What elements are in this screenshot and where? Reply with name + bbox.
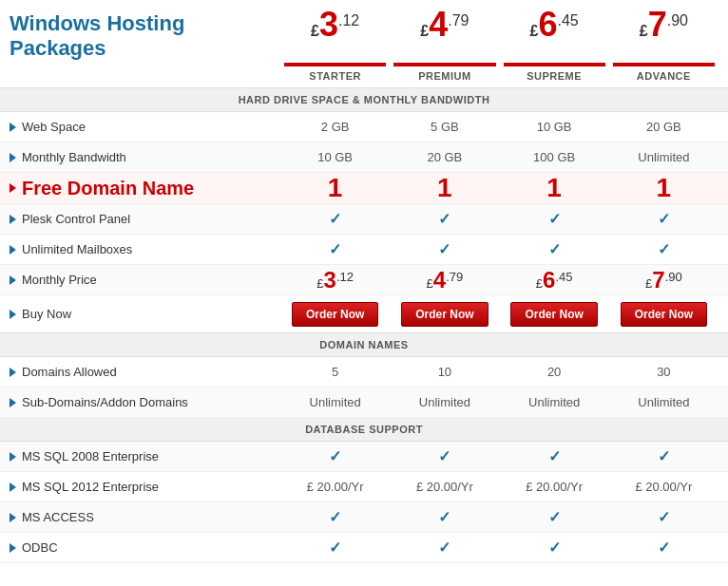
val-mail-0: ✓ [280, 240, 390, 258]
red-bar-starter [284, 63, 386, 66]
red-bar-row [0, 63, 728, 66]
val-da-1: 10 [390, 365, 499, 379]
price-col-advance: £7.90 [609, 8, 718, 42]
chevron-icon [10, 398, 16, 407]
label-msaccess: MS ACCESS [10, 510, 280, 524]
val-da-2: 20 [500, 365, 609, 379]
row-web-space: Web Space 2 GB 5 GB 10 GB 20 GB [0, 112, 728, 142]
row-domains-allowed: Domains Allowed 5 10 20 30 [0, 357, 728, 388]
row-bandwidth: Monthly Bandwidth 10 GB 20 GB 100 GB Unl… [0, 142, 728, 173]
val-odbc-2: ✓ [500, 539, 609, 557]
values-odbc: ✓ ✓ ✓ ✓ [280, 539, 718, 557]
chevron-icon-red [10, 183, 16, 193]
values-free-domain: 1 1 1 1 [280, 173, 718, 203]
val-mail-1: ✓ [390, 240, 499, 258]
row-mssql2008: MS SQL 2008 Enterprise ✓ ✓ ✓ ✓ [0, 442, 728, 472]
val-sd-3: Unlimited [609, 395, 718, 409]
val-domain-1: 1 [390, 173, 499, 203]
plan-name-premium: PREMIUM [390, 70, 499, 82]
row-odbc: ODBC ✓ ✓ ✓ ✓ [0, 533, 728, 563]
chevron-icon [10, 513, 16, 522]
val-da-0: 5 [280, 365, 390, 379]
val-price-0: £3.12 [280, 267, 390, 293]
values-subdomains: Unlimited Unlimited Unlimited Unlimited [280, 395, 718, 409]
val-sql08-1: ✓ [390, 447, 499, 465]
values-bandwidth: 10 GB 20 GB 100 GB Unlimited [280, 150, 718, 164]
values-mssql2012: £ 20.00/Yr £ 20.00/Yr £ 20.00/Yr £ 20.00… [280, 480, 718, 494]
section-header-domains: DOMAIN NAMES [0, 333, 728, 357]
val-sql12-1: £ 20.00/Yr [390, 480, 499, 494]
val-sd-2: Unlimited [500, 395, 609, 409]
price-col-supreme: £6.45 [500, 8, 609, 42]
row-mssql2012: MS SQL 2012 Enterprise £ 20.00/Yr £ 20.0… [0, 472, 728, 502]
val-sd-1: Unlimited [390, 395, 499, 409]
label-mailboxes: Unlimited Mailboxes [10, 242, 280, 256]
val-bw-2: 100 GB [500, 150, 609, 164]
val-sql12-2: £ 20.00/Yr [500, 480, 609, 494]
plan-cols: STARTER PREMIUM SUPREME ADVANCE [280, 70, 718, 82]
val-da-3: 30 [609, 365, 718, 379]
price-advance: £7.90 [640, 25, 688, 39]
chevron-icon [10, 215, 16, 224]
buy-val-1: Order Now [390, 302, 499, 327]
val-sd-0: Unlimited [280, 395, 390, 409]
val-acc-2: ✓ [500, 508, 609, 526]
label-bandwidth: Monthly Bandwidth [10, 150, 280, 164]
values-msaccess: ✓ ✓ ✓ ✓ [280, 508, 718, 526]
label-domains-allowed: Domains Allowed [10, 365, 280, 379]
val-plesk-2: ✓ [500, 210, 609, 228]
order-button-starter[interactable]: Order Now [292, 302, 378, 327]
row-monthly-price: Monthly Price £3.12 £4.79 £6.45 £7.90 [0, 265, 728, 295]
values-domains-allowed: 5 10 20 30 [280, 365, 718, 379]
red-bar-cols [280, 63, 718, 66]
chevron-icon [10, 368, 16, 377]
buy-val-2: Order Now [500, 302, 609, 327]
chevron-icon [10, 482, 16, 492]
val-web-space-3: 20 GB [609, 120, 718, 134]
val-web-space-0: 2 GB [280, 120, 390, 134]
label-mssql2012: MS SQL 2012 Enterprise [10, 480, 280, 494]
val-odbc-3: ✓ [609, 539, 718, 557]
label-web-space: Web Space [10, 120, 280, 134]
val-web-space-1: 5 GB [390, 120, 499, 134]
val-domain-2: 1 [500, 173, 609, 203]
val-sql12-3: £ 20.00/Yr [609, 480, 718, 494]
price-cols: £3.12 £4.79 £6.45 £7.90 [280, 8, 718, 42]
section-header-db: DATABASE SUPPORT [0, 418, 728, 442]
label-monthly-price: Monthly Price [10, 273, 280, 287]
buy-val-0: Order Now [280, 302, 390, 327]
red-bar-premium [393, 63, 495, 66]
val-web-space-2: 10 GB [500, 120, 609, 134]
val-bw-3: Unlimited [609, 150, 718, 164]
val-plesk-0: ✓ [280, 210, 390, 228]
row-mailboxes: Unlimited Mailboxes ✓ ✓ ✓ ✓ [0, 235, 728, 265]
row-subdomains: Sub-Domains/Addon Domains Unlimited Unli… [0, 388, 728, 418]
val-price-2: £6.45 [500, 267, 609, 293]
val-domain-0: 1 [280, 173, 390, 203]
red-bar-spacer [10, 63, 280, 66]
val-bw-1: 20 GB [390, 150, 499, 164]
plan-name-starter: STARTER [280, 70, 390, 82]
chevron-icon [10, 543, 16, 553]
values-monthly-price: £3.12 £4.79 £6.45 £7.90 [280, 267, 718, 293]
price-supreme: £6.45 [530, 25, 579, 39]
chevron-icon [10, 452, 16, 462]
val-odbc-0: ✓ [280, 539, 390, 557]
val-price-1: £4.79 [390, 267, 499, 293]
buy-val-3: Order Now [609, 302, 718, 327]
val-sql08-2: ✓ [500, 447, 609, 465]
page-wrapper: Windows Hosting Packages £3.12 £4.79 £6.… [0, 0, 728, 563]
label-plesk: Plesk Control Panel [10, 212, 280, 226]
label-mssql2008: MS SQL 2008 Enterprise [10, 449, 280, 463]
label-subdomains: Sub-Domains/Addon Domains [10, 395, 280, 409]
plan-names-row: STARTER PREMIUM SUPREME ADVANCE [0, 66, 728, 88]
page-title: Windows Hosting Packages [10, 8, 280, 61]
order-button-supreme[interactable]: Order Now [510, 302, 597, 327]
section-header-hdd: HARD DRIVE SPACE & MONTHLY BANDWIDTH [0, 88, 728, 112]
order-button-advance[interactable]: Order Now [621, 302, 707, 327]
val-sql12-0: £ 20.00/Yr [280, 480, 390, 494]
values-mailboxes: ✓ ✓ ✓ ✓ [280, 240, 718, 258]
val-price-3: £7.90 [609, 267, 718, 293]
val-odbc-1: ✓ [390, 539, 499, 557]
order-button-premium[interactable]: Order Now [401, 302, 488, 327]
